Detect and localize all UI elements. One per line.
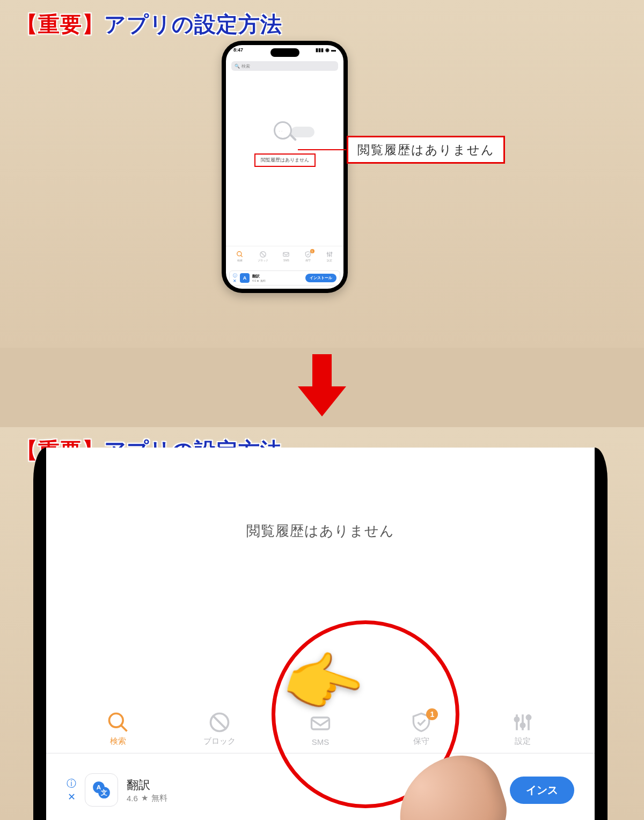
svg-line-14 <box>213 715 226 729</box>
svg-text:文: 文 <box>100 789 107 796</box>
ad-app-name: 翻訳 <box>127 777 167 793</box>
ad-meta: 翻訳 4.6 ★ 無料 <box>252 274 303 282</box>
empty-magnifier-icon: . . <box>273 120 297 145</box>
svg-line-12 <box>121 726 127 731</box>
tab-settings[interactable]: 設定 <box>326 251 333 262</box>
tab-settings[interactable]: 設定 <box>499 711 547 746</box>
dynamic-island <box>270 48 299 57</box>
tab-block[interactable]: ブロック <box>195 711 244 746</box>
tutorial-panel-top: 【重要】アプリの設定方法 8:47 ▮▮▮ ◉ ▬ 🔍 検索 <box>0 0 644 348</box>
ad-app-icon: A <box>240 273 250 283</box>
svg-line-1 <box>241 255 243 257</box>
envelope-icon <box>282 251 290 258</box>
phone-screen-large: 閲覧履歴はありません 検索 ブロック <box>46 448 595 820</box>
ad-app-icon: A 文 <box>85 773 118 807</box>
tutorial-title: 【重要】アプリの設定方法 <box>16 10 282 39</box>
ad-close-icon[interactable]: ⓘ✕ <box>67 777 76 803</box>
title-important: 【重要】 <box>16 12 104 36</box>
tab-block[interactable]: ブロック <box>258 251 268 262</box>
svg-point-21 <box>526 715 530 719</box>
svg-point-10 <box>331 252 332 253</box>
down-arrow-icon <box>298 354 346 419</box>
tab-protect[interactable]: 1 保守 <box>397 711 445 746</box>
ad-rating: 4.6 <box>127 794 138 803</box>
tab-label: SMS <box>312 737 330 746</box>
tab-label: ブロック <box>258 259 268 262</box>
install-button[interactable]: インス <box>510 777 574 804</box>
phone-screen-small: 8:47 ▮▮▮ ◉ ▬ 🔍 検索 . . 閲覧履歴はありません <box>226 45 343 289</box>
tab-label: 設定 <box>515 736 531 746</box>
status-time: 8:47 <box>233 47 243 53</box>
callout-connector <box>298 149 346 150</box>
tab-bar: 検索 ブロック SMS 1 <box>226 246 343 266</box>
ad-banner: ⓘ✕ A 翻訳 4.6 ★ 無料 インストール <box>229 270 340 285</box>
phone-mockup-small: 8:47 ▮▮▮ ◉ ▬ 🔍 検索 . . 閲覧履歴はありません <box>222 41 348 293</box>
search-icon: 🔍 <box>235 64 240 69</box>
block-icon <box>259 251 267 258</box>
svg-point-8 <box>327 253 328 254</box>
sliders-icon <box>511 711 535 734</box>
svg-line-3 <box>261 252 265 257</box>
tab-label: 検索 <box>237 259 243 262</box>
badge-count: 1 <box>426 708 438 720</box>
tab-sms[interactable]: SMS <box>282 251 290 262</box>
tab-label: ブロック <box>203 736 236 746</box>
svg-point-9 <box>329 255 330 256</box>
tab-label: 検索 <box>110 736 126 746</box>
tab-label: 保守 <box>413 736 429 746</box>
ad-close-icon[interactable]: ⓘ✕ <box>233 273 237 283</box>
star-icon: ★ <box>141 793 148 803</box>
svg-point-0 <box>237 252 241 256</box>
block-icon <box>208 711 231 734</box>
search-placeholder: 検索 <box>241 63 250 69</box>
badge-count: 1 <box>310 249 314 253</box>
phone-mockup-large: 閲覧履歴はありません 検索 ブロック <box>33 448 608 820</box>
tab-protect[interactable]: 1 保守 <box>304 251 312 262</box>
tutorial-panel-bottom: 【重要】アプリの設定方法 閲覧履歴はありません 検索 ブロック <box>0 427 644 820</box>
empty-message-boxed: 閲覧履歴はありません <box>254 153 316 167</box>
svg-point-11 <box>109 714 123 728</box>
svg-point-19 <box>515 718 518 721</box>
tab-search[interactable]: 検索 <box>236 251 244 262</box>
callout-label: 閲覧履歴はありません <box>347 136 505 164</box>
search-icon <box>236 251 244 258</box>
signal-icon: ▮▮▮ <box>316 47 324 53</box>
install-button[interactable]: インストール <box>305 274 336 282</box>
ad-app-name: 翻訳 <box>252 274 303 279</box>
tab-label: 設定 <box>327 259 332 262</box>
wifi-icon: ◉ <box>325 47 330 53</box>
tab-label: SMS <box>283 259 289 262</box>
title-rest: アプリの設定方法 <box>104 12 282 36</box>
svg-rect-4 <box>283 253 289 257</box>
tab-label: 保守 <box>305 259 311 262</box>
tab-search[interactable]: 検索 <box>94 711 142 746</box>
ad-meta: 翻訳 4.6 ★ 無料 <box>127 777 167 803</box>
battery-icon: ▬ <box>331 47 336 53</box>
search-input[interactable]: 🔍 検索 <box>231 61 338 71</box>
svg-point-20 <box>521 723 524 727</box>
search-icon <box>106 711 130 734</box>
empty-message: 閲覧履歴はありません <box>46 522 595 540</box>
sliders-icon <box>326 251 333 258</box>
ad-price: 無料 <box>151 793 167 803</box>
empty-state: . . 閲覧履歴はありません <box>226 120 343 167</box>
